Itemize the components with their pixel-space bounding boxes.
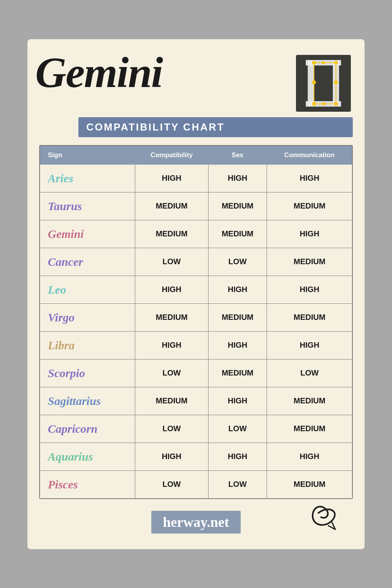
sex-cell: MEDIUM <box>208 192 267 220</box>
subtitle-text: COMPATIBILITY CHART <box>86 121 225 133</box>
communication-cell: MEDIUM <box>267 248 352 276</box>
communication-cell: HIGH <box>267 331 352 359</box>
sex-cell: LOW <box>208 248 267 276</box>
table-row: LibraHIGHHIGHHIGH <box>40 331 352 359</box>
sex-cell: HIGH <box>208 331 267 359</box>
sign-cell: Capricorn <box>40 415 135 443</box>
compatibility-cell: HIGH <box>135 331 208 359</box>
table-row: VirgoMEDIUMMEDIUMMEDIUM <box>40 303 352 331</box>
communication-cell: MEDIUM <box>267 387 352 415</box>
compatibility-cell: MEDIUM <box>135 387 208 415</box>
col-header-communication: Communication <box>267 146 352 165</box>
communication-cell: HIGH <box>267 276 352 303</box>
sign-cell: Scorpio <box>40 359 135 387</box>
sex-cell: MEDIUM <box>208 220 267 248</box>
sex-cell: MEDIUM <box>208 303 267 331</box>
table-row: GeminiMEDIUMMEDIUMHIGH <box>40 220 352 248</box>
communication-cell: LOW <box>267 359 352 387</box>
compatibility-cell: LOW <box>135 415 208 443</box>
compatibility-cell: MEDIUM <box>135 192 208 220</box>
sign-cell: Aries <box>40 165 135 192</box>
sex-cell: LOW <box>208 470 267 498</box>
compatibility-cell: LOW <box>135 359 208 387</box>
gemini-title: Gemini <box>35 51 162 94</box>
communication-cell: MEDIUM <box>267 303 352 331</box>
col-header-sign: Sign <box>40 146 135 165</box>
compatibility-cell: MEDIUM <box>135 303 208 331</box>
sign-cell: Leo <box>40 276 135 303</box>
table-row: TaurusMEDIUMMEDIUMMEDIUM <box>40 192 352 220</box>
communication-cell: MEDIUM <box>267 415 352 443</box>
sex-cell: HIGH <box>208 165 267 192</box>
sign-cell: Aquarius <box>40 443 135 470</box>
sign-cell: Libra <box>40 331 135 359</box>
sex-cell: LOW <box>208 415 267 443</box>
communication-cell: HIGH <box>267 220 352 248</box>
sex-cell: HIGH <box>208 276 267 303</box>
col-header-sex: Sex <box>208 146 267 165</box>
compatibility-cell: LOW <box>135 470 208 498</box>
sign-cell: Sagittarius <box>40 387 135 415</box>
communication-cell: MEDIUM <box>267 192 352 220</box>
compatibility-table: Sign Compatibility Sex Communication Ari… <box>40 146 352 498</box>
table-row: CapricornLOWLOWMEDIUM <box>40 415 352 443</box>
sign-cell: Pisces <box>40 470 135 498</box>
compatibility-table-wrapper: Sign Compatibility Sex Communication Ari… <box>39 145 353 499</box>
sex-cell: MEDIUM <box>208 359 267 387</box>
table-row: ScorpioLOWMEDIUMLOW <box>40 359 352 387</box>
compatibility-cell: LOW <box>135 248 208 276</box>
compatibility-cell: HIGH <box>135 276 208 303</box>
table-row: AriesHIGHHIGHHIGH <box>40 165 352 192</box>
table-row: LeoHIGHHIGHHIGH <box>40 276 352 303</box>
sex-cell: HIGH <box>208 443 267 470</box>
compatibility-cell: MEDIUM <box>135 220 208 248</box>
gemini-symbol-icon <box>294 53 353 114</box>
subtitle-bar: COMPATIBILITY CHART <box>78 117 353 137</box>
footer: herway.net <box>39 511 353 534</box>
gemini-symbol-container <box>294 53 353 114</box>
table-row: SagittariusMEDIUMHIGHMEDIUM <box>40 387 352 415</box>
communication-cell: HIGH <box>267 443 352 470</box>
table-row: AquariusHIGHHIGHHIGH <box>40 443 352 470</box>
compatibility-cell: HIGH <box>135 443 208 470</box>
header: Gemini <box>39 51 353 137</box>
main-card: Gemini <box>27 39 365 549</box>
table-row: CancerLOWLOWMEDIUM <box>40 248 352 276</box>
sign-cell: Virgo <box>40 303 135 331</box>
sign-cell: Cancer <box>40 248 135 276</box>
col-header-compatibility: Compatibility <box>135 146 208 165</box>
communication-cell: HIGH <box>267 165 352 192</box>
sign-cell: Taurus <box>40 192 135 220</box>
website-text: herway.net <box>151 511 241 534</box>
sign-cell: Gemini <box>40 220 135 248</box>
sex-cell: HIGH <box>208 387 267 415</box>
compatibility-cell: HIGH <box>135 165 208 192</box>
table-header-row: Sign Compatibility Sex Communication <box>40 146 352 165</box>
